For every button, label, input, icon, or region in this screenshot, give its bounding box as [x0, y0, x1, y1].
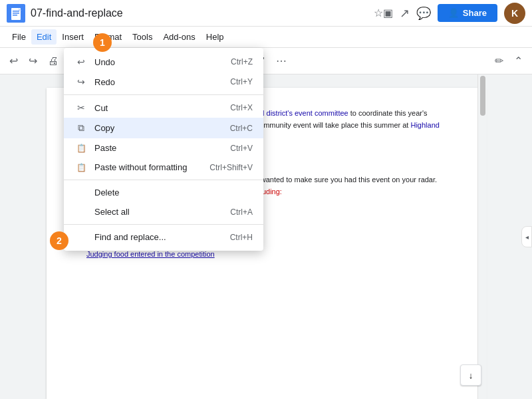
menu-item-redo[interactable]: ↪ Redo Ctrl+Y	[64, 72, 263, 92]
avatar[interactable]: K	[504, 3, 525, 24]
paste-noformat-icon: 📋	[74, 163, 88, 172]
divider-3	[64, 224, 263, 225]
redo-label: Redo	[94, 77, 217, 87]
step-bubble-1-number: 1	[100, 37, 105, 48]
floating-action-button[interactable]: ↓	[460, 364, 481, 386]
copy-icon: ⧉	[74, 122, 88, 134]
header-action-icons: ↗ 💬	[400, 6, 431, 21]
svg-rect-2	[13, 11, 19, 12]
divider-1	[64, 94, 263, 95]
menu-item-cut[interactable]: ✂ Cut Ctrl+X	[64, 98, 263, 118]
paste-noformat-label: Paste without formatting	[94, 162, 196, 172]
find-replace-shortcut: Ctrl+H	[230, 233, 253, 242]
redo-icon: ↪	[74, 76, 88, 87]
find-replace-label: Find and replace...	[94, 232, 217, 242]
chat-icon[interactable]: 💬	[416, 6, 431, 21]
share-icon: 👤	[448, 8, 459, 18]
menu-item-paste[interactable]: 📋 Paste Ctrl+V	[64, 138, 263, 158]
star-icon[interactable]: ☆	[374, 7, 383, 19]
avatar-letter: K	[511, 8, 518, 19]
paste-icon: 📋	[74, 144, 88, 153]
select-all-shortcut: Ctrl+A	[230, 207, 253, 217]
cut-shortcut: Ctrl+X	[230, 103, 253, 112]
scroll-thumb[interactable]	[480, 76, 485, 116]
trending-icon[interactable]: ↗	[400, 6, 410, 21]
step-bubble-2-number: 2	[57, 235, 62, 246]
expand-panel-button[interactable]: ◂	[521, 226, 532, 247]
cut-label: Cut	[94, 103, 217, 113]
svg-rect-4	[13, 15, 17, 16]
menu-tools[interactable]: Tools	[127, 29, 158, 45]
undo-icon: ↩	[74, 57, 88, 67]
scrollbar[interactable]	[477, 74, 487, 399]
doc-title: 07-find-and-replace	[31, 7, 374, 19]
menu-bar: File Edit Insert Format Tools Add-ons He…	[0, 27, 532, 48]
undo-label: Undo	[94, 57, 217, 67]
svg-rect-3	[13, 13, 19, 14]
redo-shortcut: Ctrl+Y	[230, 77, 253, 86]
collapse-toolbar-button[interactable]: ⌃	[510, 52, 527, 70]
title-bar: 07-find-and-replace ☆ ▣ ↗ 💬 👤 Share K	[0, 0, 532, 27]
menu-item-find-replace[interactable]: Find and replace... Ctrl+H	[64, 227, 263, 247]
edit-mode-button[interactable]: ✏	[491, 52, 507, 70]
page-wrapper: 07-find-and-replace ☆ ▣ ↗ 💬 👤 Share K Fi…	[0, 0, 532, 399]
menu-edit[interactable]: Edit	[31, 29, 57, 45]
menu-item-undo[interactable]: ↩ Undo Ctrl+Z	[64, 52, 263, 72]
folder-icon[interactable]: ▣	[383, 7, 393, 19]
more-formats-button[interactable]: ⋯	[272, 52, 291, 70]
docs-icon	[7, 4, 25, 23]
select-all-label: Select all	[94, 207, 217, 217]
cut-icon: ✂	[74, 102, 88, 113]
share-button[interactable]: 👤 Share	[438, 4, 497, 22]
copy-shortcut: Ctrl+C	[230, 124, 253, 133]
menu-help[interactable]: Help	[201, 29, 229, 45]
paste-label: Paste	[94, 143, 217, 153]
undo-button[interactable]: ↩	[5, 52, 22, 70]
step-bubble-2: 2	[50, 231, 68, 250]
menu-item-delete[interactable]: Delete	[64, 183, 263, 202]
step-bubble-1: 1	[93, 33, 112, 52]
expand-icon: ◂	[525, 233, 529, 241]
menu-file[interactable]: File	[7, 29, 31, 45]
floating-arrow-icon: ↓	[469, 370, 473, 380]
undo-shortcut: Ctrl+Z	[231, 57, 253, 66]
menu-item-paste-noformat[interactable]: 📋 Paste without formatting Ctrl+Shift+V	[64, 158, 263, 177]
menu-item-select-all[interactable]: Select all Ctrl+A	[64, 202, 263, 221]
paste-noformat-shortcut: Ctrl+Shift+V	[209, 163, 253, 172]
paste-shortcut: Ctrl+V	[230, 144, 253, 153]
menu-insert[interactable]: Insert	[57, 29, 89, 45]
copy-label: Copy	[94, 123, 217, 133]
print-button[interactable]: 🖨	[44, 53, 63, 70]
menu-item-copy[interactable]: ⧉ Copy Ctrl+C	[64, 118, 263, 138]
delete-label: Delete	[94, 188, 239, 198]
menu-addons[interactable]: Add-ons	[158, 29, 200, 45]
share-label: Share	[463, 8, 487, 18]
redo-button[interactable]: ↪	[25, 52, 41, 70]
edit-dropdown-menu: ↩ Undo Ctrl+Z ↪ Redo Ctrl+Y ✂ Cut Ctrl+X…	[64, 48, 263, 251]
divider-2	[64, 180, 263, 180]
